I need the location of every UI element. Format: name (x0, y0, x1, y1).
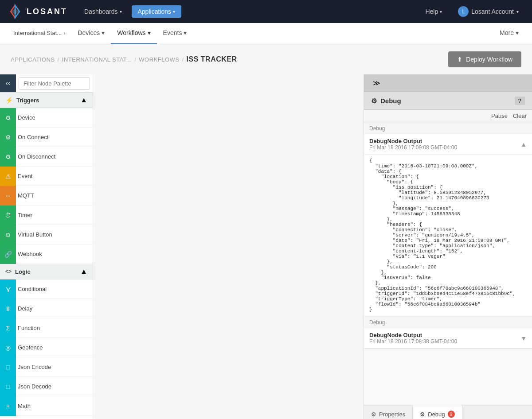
debug-entry-1-collapse-icon[interactable]: ▲ (520, 141, 527, 148)
logo[interactable]: LOSANT (7, 4, 67, 19)
sidebar-item-json-decode[interactable]: □ Json Decode (0, 377, 93, 396)
sidebar-item-math[interactable]: ± Math (0, 396, 93, 416)
tab-properties[interactable]: ⚙ Properties (364, 405, 413, 419)
right-panel-top-bar: ≫ (364, 74, 532, 92)
debug-entry-1: Debug DebugNode Output Fri Mar 18 2016 1… (364, 122, 532, 316)
breadcrumb-current: ISS TRACKER (187, 55, 237, 63)
geofence-label: Geofence (16, 344, 43, 351)
device-label: Device (16, 114, 35, 121)
logic-title: Logic (15, 268, 31, 275)
triggers-icon: ⚡ (5, 97, 13, 104)
debug-title-icon: ⚙ (371, 97, 377, 105)
device-icon: ⚙ (0, 108, 16, 128)
sidebar-item-json-encode[interactable]: □ Json Encode (0, 357, 93, 377)
debug-entry-2-header: DebugNode Output Fri Mar 18 2016 17:08:3… (364, 328, 532, 348)
applications-chevron: ▾ (173, 9, 175, 14)
debug-entry-2: Debug DebugNode Output Fri Mar 18 2016 1… (364, 316, 532, 349)
subnav-events[interactable]: Events ▾ (157, 23, 193, 44)
tab-debug[interactable]: ⚙ Debug 9 (413, 405, 462, 419)
json-decode-icon: □ (0, 377, 16, 396)
clear-button[interactable]: Clear (513, 113, 527, 119)
delay-icon: ⏸ (0, 299, 16, 318)
bottom-tabs: ⚙ Properties ⚙ Debug 9 (364, 405, 532, 419)
debug-entry-2-expand-icon[interactable]: ▼ (520, 335, 527, 342)
sidebar-item-mqtt[interactable]: ↔ MQTT (0, 186, 93, 206)
math-label: Math (16, 403, 31, 409)
json-encode-label: Json Encode (16, 364, 51, 370)
sidebar-item-event[interactable]: ⚠ Event (0, 167, 93, 186)
sidebar-item-virtual-button[interactable]: ⊙ Virtual Button (0, 225, 93, 244)
sidebar-item-webhook[interactable]: 🔗 Webhook (0, 244, 93, 264)
timer-icon: ⏱ (0, 206, 16, 225)
logo-icon (7, 4, 23, 19)
properties-tab-icon: ⚙ (371, 411, 376, 418)
mqtt-icon: ↔ (0, 186, 16, 206)
logic-section-header[interactable]: <> Logic ▲ (0, 264, 93, 279)
triggers-section-header[interactable]: ⚡ Triggers ▲ (0, 93, 93, 108)
on-disconnect-icon: ⚙ (0, 147, 16, 167)
nav-help[interactable]: Help ▾ (419, 5, 448, 18)
on-connect-icon: ⚙ (0, 128, 16, 147)
geofence-icon: ◎ (0, 338, 16, 357)
function-label: Function (16, 325, 40, 331)
sidebar-top-row: ‹‹ (0, 74, 93, 93)
debug-entry-2-label: Debug (364, 316, 532, 328)
sidebar-collapse-button[interactable]: ‹‹ (0, 74, 16, 92)
debug-entry-1-title: DebugNode Output (369, 138, 457, 144)
right-panel: ≫ ⚙ Debug ? Pause Clear Debug DebugNode … (364, 74, 532, 419)
subnav-more[interactable]: More ▾ (493, 23, 525, 44)
sidebar-item-function[interactable]: Σ Function (0, 318, 93, 338)
subnav-app-name[interactable]: International Stat... › (7, 23, 71, 44)
sidebar-item-geofence[interactable]: ◎ Geofence (0, 338, 93, 357)
delay-label: Delay (16, 305, 32, 312)
sidebar-item-conditional[interactable]: ⋎ Conditional (0, 279, 93, 299)
breadcrumb-app-name[interactable]: INTERNATIONAL STAT... (62, 56, 132, 63)
breadcrumb-applications[interactable]: APPLICATIONS (11, 56, 55, 63)
debug-entry-1-json: { "time": "2016-03-18T21:09:08.000Z", "d… (364, 154, 532, 316)
debug-panel-header: ⚙ Debug ? (364, 92, 532, 110)
debug-help-button[interactable]: ? (515, 97, 525, 105)
debug-content: Debug DebugNode Output Fri Mar 18 2016 1… (364, 122, 532, 405)
event-icon: ⚠ (0, 167, 16, 186)
pause-button[interactable]: Pause (491, 113, 508, 119)
main-content: ‹‹ ⚡ Triggers ▲ ⚙ Device ⚙ On Connect ⚙ … (0, 74, 532, 419)
debug-entry-1-header: DebugNode Output Fri Mar 18 2016 17:09:0… (364, 134, 532, 154)
dashboards-chevron: ▾ (120, 9, 122, 14)
debug-entry-2-title: DebugNode Output (369, 332, 457, 338)
breadcrumb-bar: APPLICATIONS / INTERNATIONAL STAT... / W… (0, 44, 532, 74)
breadcrumb: APPLICATIONS / INTERNATIONAL STAT... / W… (11, 55, 237, 63)
debug-entry-1-timestamp: Fri Mar 18 2016 17:09:08 GMT-04:00 (369, 144, 457, 151)
sidebar-item-on-connect[interactable]: ⚙ On Connect (0, 128, 93, 147)
mqtt-label: MQTT (16, 192, 34, 199)
webhook-icon: 🔗 (0, 244, 16, 264)
deploy-workflow-button[interactable]: ⬆ Deploy Workflow (448, 51, 521, 67)
subnav-workflows[interactable]: Workflows ▾ (111, 23, 156, 44)
sub-nav: International Stat... › Devices ▾ Workfl… (0, 23, 532, 44)
canvas-wrapper: ⏱ Timer Virtual Button HTTP HTTP (93, 74, 364, 419)
conditional-icon: ⋎ (0, 279, 16, 299)
nav-dashboards[interactable]: Dashboards ▾ (78, 5, 128, 18)
triggers-collapse-icon: ▲ (80, 96, 87, 104)
sidebar-item-timer[interactable]: ⏱ Timer (0, 206, 93, 225)
nav-right: Help ▾ L Losant Account ▾ (419, 4, 525, 19)
deploy-icon: ⬆ (457, 56, 462, 63)
on-connect-label: On Connect (16, 134, 48, 140)
workflows-chevron: ▾ (148, 29, 151, 36)
nav-applications[interactable]: Applications ▾ (132, 5, 182, 18)
sidebar-item-delay[interactable]: ⏸ Delay (0, 299, 93, 318)
sidebar-item-device[interactable]: ⚙ Device (0, 108, 93, 128)
subnav-devices[interactable]: Devices ▾ (71, 23, 111, 44)
devices-chevron: ▾ (102, 29, 105, 36)
top-nav: LOSANT Dashboards ▾ Applications ▾ Help … (0, 0, 532, 23)
debug-controls: Pause Clear (364, 110, 532, 122)
events-chevron: ▾ (184, 29, 187, 36)
filter-node-input[interactable] (19, 77, 90, 90)
math-icon: ± (0, 396, 16, 416)
json-encode-icon: □ (0, 357, 16, 377)
sidebar-item-on-disconnect[interactable]: ⚙ On Disconnect (0, 147, 93, 167)
breadcrumb-workflows[interactable]: WORKFLOWS (139, 56, 179, 63)
nav-account[interactable]: L Losant Account ▾ (452, 4, 525, 19)
debug-tab-badge: 9 (448, 411, 455, 418)
right-panel-expand-button[interactable]: ≫ (369, 78, 384, 88)
more-chevron: ▾ (516, 29, 519, 36)
